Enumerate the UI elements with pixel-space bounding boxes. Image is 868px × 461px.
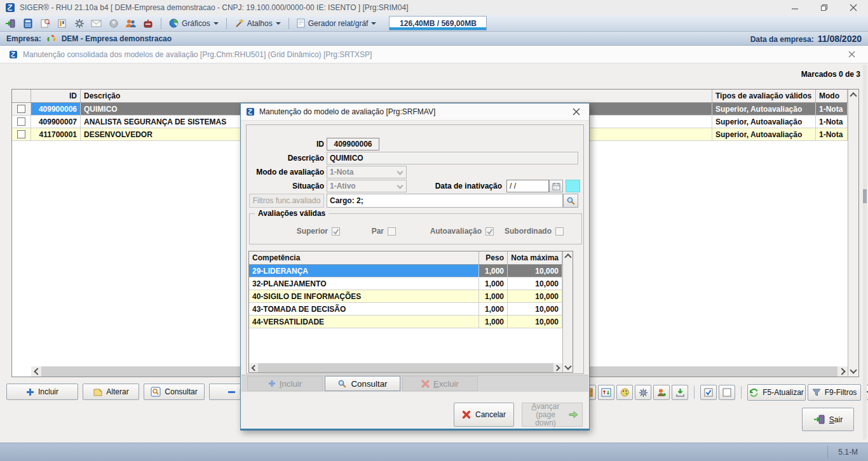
- header-competencia[interactable]: Competência: [249, 251, 479, 264]
- f5-atualizar-button[interactable]: F5-Atualizar: [747, 384, 806, 401]
- company-date-label: Data da empresa:: [750, 35, 814, 44]
- data-inativacao-field[interactable]: / /: [506, 180, 549, 192]
- graficos-menu[interactable]: Gráficos: [166, 17, 221, 29]
- f9-filtros-button[interactable]: F9-Filtros: [808, 384, 861, 401]
- scroll-left-icon[interactable]: [31, 366, 41, 377]
- competencias-table: Competência Peso Nota máxima 29-LIDERANÇ…: [248, 251, 573, 373]
- table-row[interactable]: 32-PLANEJAMENTO 1,000 10,000: [249, 277, 562, 290]
- gerador-relatorios-menu[interactable]: Gerador relat/gráf: [294, 17, 379, 29]
- grid-vertical-scrollbar[interactable]: [848, 90, 858, 377]
- maximize-button[interactable]: [810, 0, 839, 15]
- data-inativacao-label: Data de inativação: [435, 180, 502, 192]
- alterar-button[interactable]: Alterar: [83, 384, 139, 400]
- subordinado-checkbox[interactable]: [555, 227, 564, 236]
- table-empty-area: [249, 328, 562, 363]
- table-horizontal-scrollbar[interactable]: [249, 363, 562, 372]
- scroll-down-icon[interactable]: [850, 366, 857, 373]
- table-row[interactable]: 40-SIGILO DE INFORMAÇÕES 1,000 10,000: [249, 290, 562, 303]
- cell-competencia: 43-TOMADA DE DECISÃO: [249, 303, 479, 315]
- user-add-button[interactable]: [653, 385, 670, 400]
- table-vertical-scrollbar[interactable]: [562, 251, 573, 372]
- scroll-up-icon[interactable]: [564, 253, 571, 260]
- row-checkbox[interactable]: [17, 130, 25, 138]
- palette-button[interactable]: [616, 385, 633, 400]
- grid-header-modo[interactable]: Modo: [816, 90, 848, 102]
- report-columns-icon[interactable]: [54, 17, 70, 30]
- application-window: SIGER® - RHU 21.10a b4 [ DEM-Empresa dem…: [0, 0, 868, 461]
- avaliacao-subordinado: Subordinado: [505, 227, 564, 236]
- green-arrow-icon: [569, 410, 578, 419]
- calendar-icon: [552, 182, 560, 190]
- download-button[interactable]: [672, 385, 688, 400]
- modo-avaliacao-select[interactable]: 1-Nota: [327, 166, 407, 178]
- uncheck-all-button[interactable]: [719, 385, 735, 400]
- par-checkbox[interactable]: [388, 227, 396, 236]
- header-nota-maxima[interactable]: Nota máxima: [508, 251, 562, 264]
- autoavaliacao-checkbox[interactable]: [485, 227, 494, 236]
- users-icon[interactable]: [123, 17, 139, 30]
- phone-icon[interactable]: [105, 17, 121, 30]
- consultar-button[interactable]: Consultar: [144, 384, 205, 400]
- scroll-right-icon[interactable]: [837, 366, 848, 377]
- mailbox-icon[interactable]: [140, 17, 156, 30]
- modo-avaliacao-label: Modo de avaliação: [247, 166, 324, 178]
- exit-door-icon: [813, 414, 825, 425]
- scroll-right-icon[interactable]: [553, 363, 562, 372]
- cell-nota: 10,000: [508, 316, 562, 328]
- dialog-excluir-button[interactable]: Excluir: [402, 376, 478, 391]
- filtros-field[interactable]: Cargo: 2;: [327, 194, 563, 208]
- scrollbar-track[interactable]: [258, 363, 553, 372]
- scrollbar-thumb[interactable]: [863, 189, 867, 203]
- search-icon: [337, 379, 347, 389]
- empresa-label: Empresa:: [6, 34, 41, 43]
- table-row[interactable]: 44-VERSATILIDADE 1,000 10,000: [249, 316, 562, 328]
- row-checkbox[interactable]: [17, 105, 25, 113]
- dialog-consultar-button[interactable]: Consultar: [325, 376, 400, 391]
- cyan-flag-box[interactable]: [566, 180, 580, 192]
- scroll-up-icon[interactable]: [850, 92, 857, 99]
- minimize-button[interactable]: [780, 0, 810, 15]
- titlebar: SIGER® - RHU 21.10a b4 [ DEM-Empresa dem…: [0, 0, 868, 15]
- table-row[interactable]: 29-LIDERANÇA 1,000 10,000: [249, 265, 562, 277]
- dialog-close-icon[interactable]: [569, 105, 584, 119]
- empresa-bar: Empresa: DEM - Empresa demonstracao Data…: [0, 32, 868, 46]
- cell-tipos: Superior, Autoavaliação: [712, 116, 816, 128]
- incluir-button[interactable]: Incluir: [6, 384, 78, 400]
- close-button[interactable]: [839, 0, 868, 15]
- search-icon: [566, 196, 576, 206]
- scroll-left-icon[interactable]: [249, 363, 258, 372]
- cell-peso: 1,000: [479, 303, 508, 315]
- mail-icon[interactable]: [88, 17, 104, 30]
- audit-note-icon[interactable]: [37, 17, 53, 30]
- avancar-button[interactable]: Avançar (page down): [522, 403, 583, 427]
- inner-window-close-icon[interactable]: [844, 47, 859, 62]
- dialog-icon: [246, 107, 255, 116]
- mdi-vertical-scrollbar[interactable]: [863, 65, 867, 439]
- calculator-icon[interactable]: [20, 17, 36, 30]
- atalhos-menu[interactable]: Atalhos: [232, 17, 283, 29]
- descricao-field[interactable]: QUIMICO: [327, 152, 578, 164]
- calendar-button[interactable]: [549, 180, 563, 192]
- dialog-incluir-button[interactable]: Incluir: [247, 376, 323, 391]
- cell-nota: 10,000: [508, 265, 562, 277]
- scroll-down-icon[interactable]: [564, 363, 571, 370]
- grid-header-tipos[interactable]: Tipos de avaliação válidos: [712, 90, 816, 102]
- check-all-button[interactable]: [700, 385, 717, 400]
- row-checkbox[interactable]: [17, 117, 25, 126]
- gear-button[interactable]: [635, 385, 651, 400]
- situacao-select[interactable]: 1-Ativo: [327, 180, 407, 192]
- header-peso[interactable]: Peso: [479, 251, 508, 264]
- exit-icon[interactable]: [3, 17, 18, 30]
- sort-order-button[interactable]: [598, 385, 614, 400]
- grid-header-id[interactable]: ID: [31, 90, 81, 102]
- filtros-search-button[interactable]: [563, 194, 578, 208]
- grid-header-select: [12, 90, 31, 102]
- sair-button[interactable]: Sair: [802, 408, 854, 431]
- superior-checkbox[interactable]: [332, 227, 340, 236]
- cell-tipos: Superior, Autoavaliação: [712, 128, 816, 140]
- grid-header-descricao[interactable]: Descrição: [81, 90, 712, 102]
- cancelar-button[interactable]: Cancelar: [454, 403, 514, 427]
- table-row[interactable]: 43-TOMADA DE DECISÃO 1,000 10,000: [249, 303, 562, 316]
- cell-competencia: 29-LIDERANÇA: [249, 265, 479, 277]
- settings-gear-icon[interactable]: [71, 17, 87, 30]
